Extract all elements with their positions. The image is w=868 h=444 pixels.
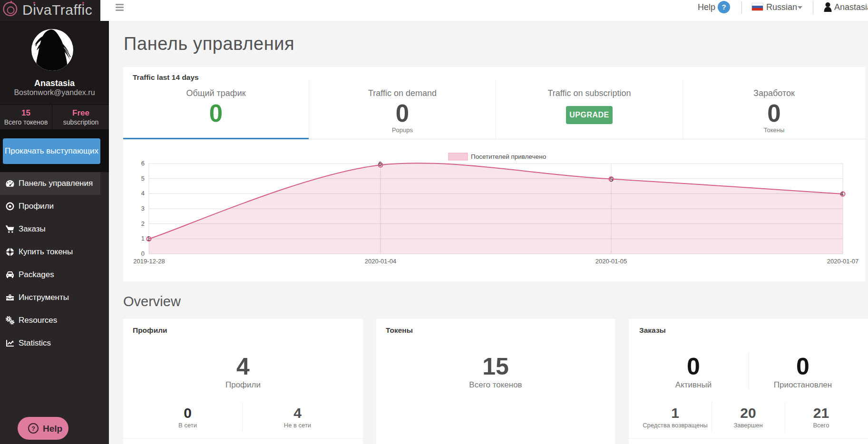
svg-text:3: 3 (141, 205, 145, 212)
svg-text:4: 4 (141, 190, 145, 197)
svg-text:5: 5 (141, 175, 145, 182)
svg-text:2020-01-07: 2020-01-07 (827, 258, 859, 265)
svg-text:2019-12-28: 2019-12-28 (133, 258, 165, 265)
svg-text:1: 1 (141, 235, 145, 242)
svg-text:6: 6 (141, 160, 145, 167)
svg-text:1: 1 (146, 235, 150, 242)
svg-text:4: 4 (840, 190, 843, 197)
svg-text:2: 2 (141, 220, 145, 227)
svg-text:6: 6 (378, 160, 381, 167)
svg-text:2020-01-05: 2020-01-05 (595, 258, 627, 265)
svg-text:Посетителей привлечено: Посетителей привлечено (471, 153, 546, 160)
svg-text:5: 5 (609, 176, 613, 183)
svg-text:0: 0 (141, 250, 145, 257)
svg-text:2020-01-04: 2020-01-04 (365, 258, 397, 265)
svg-text:?: ? (31, 425, 35, 432)
